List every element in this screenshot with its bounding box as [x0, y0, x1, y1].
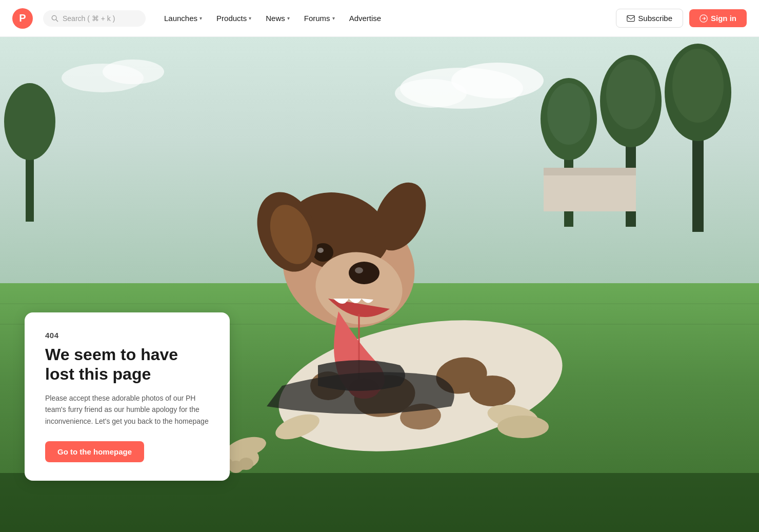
error-code: 404 — [45, 331, 209, 340]
svg-point-20 — [4, 83, 55, 160]
svg-rect-21 — [544, 170, 636, 211]
svg-rect-22 — [544, 168, 636, 175]
nav-item-advertise[interactable]: Advertise — [343, 10, 388, 27]
nav-item-forums[interactable]: Forums ▾ — [298, 10, 341, 27]
svg-point-15 — [606, 60, 655, 129]
svg-rect-2 — [627, 15, 634, 21]
chevron-down-icon: ▾ — [287, 15, 290, 21]
nav-item-launches[interactable]: Launches ▾ — [158, 10, 208, 27]
nav-item-products[interactable]: Products ▾ — [210, 10, 257, 27]
svg-point-7 — [395, 79, 467, 108]
error-title: We seem to have lost this page — [45, 345, 209, 384]
svg-rect-52 — [0, 473, 759, 532]
svg-point-36 — [355, 267, 363, 273]
svg-point-9 — [103, 60, 164, 84]
logo[interactable]: P — [12, 8, 33, 29]
svg-point-18 — [672, 49, 724, 123]
svg-point-50 — [239, 458, 253, 470]
svg-point-35 — [349, 262, 380, 284]
svg-point-12 — [547, 83, 590, 145]
email-icon — [627, 14, 635, 23]
signin-icon — [700, 14, 708, 23]
nav-item-news[interactable]: News ▾ — [259, 10, 296, 27]
hero-section: 404 We seem to have lost this page Pleas… — [0, 37, 759, 532]
chevron-down-icon: ▾ — [199, 15, 202, 21]
svg-point-38 — [317, 248, 324, 253]
svg-point-31 — [469, 376, 515, 406]
error-card: 404 We seem to have lost this page Pleas… — [25, 312, 230, 481]
search-box[interactable]: Search ( ⌘ + k ) — [43, 10, 146, 27]
error-description: Please accept these adorable photos of o… — [45, 392, 209, 427]
search-placeholder: Search ( ⌘ + k ) — [63, 14, 115, 23]
chevron-down-icon: ▾ — [249, 15, 251, 21]
subscribe-button[interactable]: Subscribe — [616, 9, 683, 28]
nav-items: Launches ▾ Products ▾ News ▾ Forums ▾ Ad… — [158, 10, 612, 27]
signin-button[interactable]: Sign in — [689, 9, 747, 27]
nav-right: Subscribe Sign in — [616, 9, 747, 28]
navbar: P Search ( ⌘ + k ) Launches ▾ Products ▾… — [0, 0, 759, 37]
logo-icon: P — [12, 8, 33, 29]
search-icon — [51, 15, 58, 22]
go-to-homepage-button[interactable]: Go to the homepage — [45, 441, 144, 462]
svg-line-1 — [56, 19, 58, 22]
chevron-down-icon: ▾ — [332, 15, 335, 21]
svg-point-51 — [497, 416, 549, 438]
